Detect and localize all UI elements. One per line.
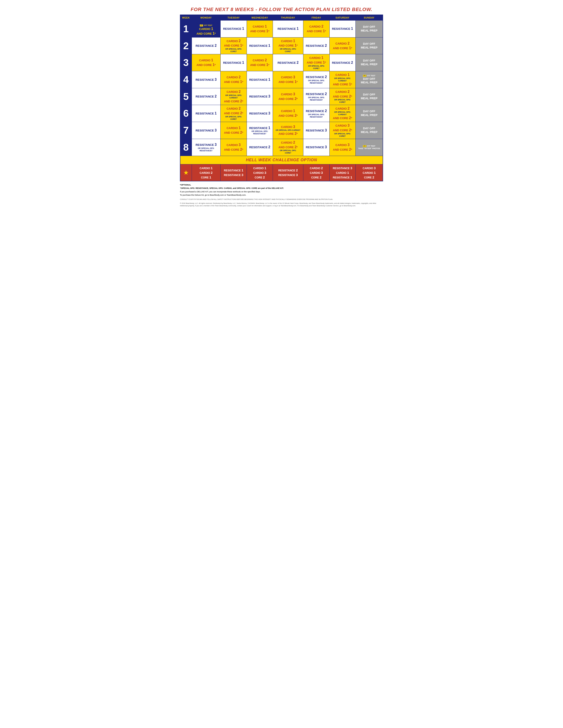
cell-content: CARDIO 2 — [248, 58, 271, 63]
cell-content: CARDIO 1 — [331, 73, 354, 77]
cell-content: DAY OFF — [357, 59, 382, 63]
day-cell: CARDIO 2AND CORE 1* — [220, 71, 246, 88]
week-row-7: 7RESISTANCE 3CARDIO 1AND CORE 2*RESISTAN… — [180, 122, 383, 139]
day-cell: RESISTANCE 1 — [192, 105, 220, 122]
hell-cell-content: CARDIO 2 — [305, 166, 328, 170]
week-number: 1 — [180, 21, 192, 38]
hell-week-day-monday: CARDIO 1CARDIO 2CORE 1 — [192, 164, 220, 181]
day-cell: RESISTANCE 1 — [246, 37, 273, 54]
hell-cell-content: CARDIO 3 — [305, 170, 328, 175]
day-cell-sunday: DAY OFFMEAL PREP — [356, 54, 383, 71]
day-cell: CARDIO 2OR SPECIAL OPS:CARDIO†AND CORE 2… — [220, 88, 246, 105]
hell-cell-content: CARDIO 3 — [357, 166, 382, 170]
footnotes: *OPTIONAL †SPECIAL OPS: RESISTANCE, SPEC… — [180, 184, 383, 207]
cell-content: CARDIO 1 — [305, 56, 328, 60]
week-number: 4 — [180, 71, 192, 88]
day-cell: RESISTANCE 3 — [192, 71, 220, 88]
cell-content: RESISTANCE 3 — [193, 143, 219, 147]
cell-content: CARDIO 1 — [193, 27, 219, 31]
hell-week-day-thursday: RESISTANCE 2RESISTANCE 3 — [273, 164, 304, 181]
cell-content: AND CORE 1* — [331, 46, 354, 51]
cell-content: AND CORE 2* — [331, 128, 354, 133]
cell-content: CARDIO 2 — [331, 106, 354, 111]
cell-content: OR SPECIAL OPS: — [193, 147, 219, 150]
day-cell: CARDIO 3AND CORE 2* — [220, 139, 246, 156]
hell-cell-content: RESISTANCE 1 — [331, 175, 354, 180]
cell-content: OR SPECIAL OPS CARDIO† — [274, 129, 302, 131]
week-row-3: 3CARDIO 1AND CORE 1*RESISTANCE 1CARDIO 2… — [180, 54, 383, 71]
cell-content: MEAL PREP — [357, 81, 382, 84]
day-cell: RESISTANCE 1 — [246, 71, 273, 88]
day-cell: CARDIO 1AND CORE 1* — [192, 54, 220, 71]
cell-content: PT FIT TEST — [193, 24, 219, 27]
day-cell: RESISTANCE 2OR SPECIAL OPS:RESISTANCE† — [304, 71, 330, 88]
disclaimer: CONSULT YOUR PHYSICIAN AND FOLLOW ALL SA… — [180, 198, 383, 201]
cell-content: OR SPECIAL OPS: — [222, 48, 245, 50]
cell-content: RESISTANCE 2 — [248, 145, 271, 150]
day-cell: CARDIO 2AND CORE 1* — [330, 37, 356, 54]
cell-content: CARDIO† — [222, 97, 245, 99]
hell-cell-content: RESISTANCE 3 — [222, 173, 245, 177]
cell-content: AND CORE 1* — [274, 80, 302, 84]
cell-content: DAY OFF — [357, 110, 382, 113]
day-cell: RESISTANCE 2 — [192, 37, 220, 54]
cell-content: CORE† — [331, 101, 354, 103]
cell-content: AND CORE 2* — [274, 113, 302, 118]
schedule-table: WEEK MONDAY TUESDAY WEDNESDAY THURSDAY F… — [180, 15, 383, 181]
hell-cell-content: CORE 2 — [305, 175, 328, 180]
cell-content: CARDIO 2 — [331, 90, 354, 94]
hell-cell-content: CORE 1 — [193, 175, 219, 180]
cell-content: AND CORE 1* — [305, 29, 328, 34]
cell-content: CORE† — [222, 50, 245, 53]
cell-content: OR SPECIAL OPS: — [274, 149, 302, 152]
cell-content: RESISTANCE† — [305, 82, 328, 84]
day-cell: RESISTANCE 2 — [246, 139, 273, 156]
cell-content: AND CORE 2* — [274, 145, 302, 150]
cell-content: MEAL PREP — [357, 97, 382, 100]
cell-content: OR SPECIAL OPS: — [222, 116, 245, 118]
day-cell-sunday: PT FIT TESTDAY OFFMEAL PREP — [356, 71, 383, 88]
cell-content: MEAL PREP — [357, 130, 382, 134]
cell-content: AND CORE 2* — [222, 99, 245, 104]
day-cell: RESISTANCE 1 — [330, 21, 356, 38]
cell-content: AND CORE 1* — [193, 31, 219, 36]
header-week: WEEK — [180, 15, 192, 21]
hell-week-star: ★ — [180, 164, 192, 181]
cell-content: OR SPECIAL OPS: — [305, 79, 328, 82]
cell-content: RESISTANCE 3 — [305, 128, 328, 133]
cell-content: DAY OFF — [357, 93, 382, 97]
special-ops-note: †SPECIAL OPS: RESISTANCE, SPECIAL OPS: C… — [180, 187, 383, 190]
cell-content: DAY OFF — [357, 25, 382, 29]
cell-content: RESISTANCE 2 — [193, 43, 219, 48]
cell-content: RESISTANCE 3 — [305, 145, 328, 150]
cell-content: CARDIO† — [331, 80, 354, 82]
cell-content: AND CORE 1* — [193, 63, 219, 67]
hell-cell-content: CORE 2 — [248, 175, 271, 180]
cell-content: RESISTANCE† — [193, 150, 219, 152]
cell-content: TAKE "BEFORE" PHOTOS — [193, 22, 219, 24]
cell-content: AND CORE 2* — [222, 111, 245, 116]
header-sunday: SUNDAY — [356, 15, 383, 21]
cell-content: RESISTANCE 2 — [305, 109, 328, 113]
cell-content: AND CORE 2* — [331, 147, 354, 152]
cell-content: OR SPECIAL OPS: — [331, 99, 354, 101]
cell-content: CARDIO 1 — [222, 126, 245, 130]
cell-content: OR SPECIAL OPS: — [305, 65, 328, 67]
day-cell: CARDIO 3AND CORE 2*OR SPECIAL OPS:CORE† — [330, 122, 356, 139]
week-row-2: 2RESISTANCE 2CARDIO 2AND CORE 1*OR SPECI… — [180, 37, 383, 54]
header-row: WEEK MONDAY TUESDAY WEDNESDAY THURSDAY F… — [180, 15, 383, 21]
hell-week-day-tuesday: RESISTANCE 1RESISTANCE 3 — [220, 164, 246, 181]
cell-content: OR SPECIAL OPS: — [248, 130, 271, 133]
day-cell: RESISTANCE 3 — [246, 105, 273, 122]
day-cell: RESISTANCE 3 — [304, 122, 330, 139]
header-wednesday: WEDNESDAY — [246, 15, 273, 21]
cell-content: OR SPECIAL OPS: — [305, 96, 328, 99]
hell-week-day-saturday: RESISTANCE 3CARDIO 1RESISTANCE 1 — [330, 164, 356, 181]
day-cell: RESISTANCE 2OR SPECIAL OPS:RESISTANCE† — [304, 88, 330, 105]
cell-content: RESISTANCE 2 — [305, 75, 328, 79]
day-cell: CARDIO 3AND CORE 2* — [273, 88, 304, 105]
cell-content: CORE† — [274, 152, 302, 154]
cell-content: OR SPECIAL OPS: — [331, 77, 354, 80]
cell-content: CORE† — [331, 135, 354, 137]
cell-content: CARDIO 3 — [274, 92, 302, 97]
